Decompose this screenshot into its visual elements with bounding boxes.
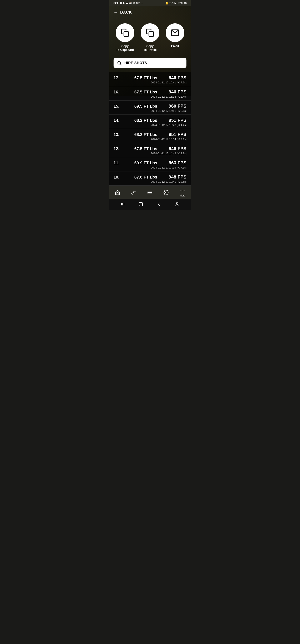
shot-timestamp: 2024-01-12 17:13:41 [+28.5s] bbox=[114, 180, 186, 183]
shot-timestamp: 2024-01-12 17:14:19 [+37.5s] bbox=[114, 166, 186, 169]
shot-fps: 960 FPS bbox=[169, 104, 186, 109]
copy-profile-label: CopyTo Profile bbox=[143, 44, 157, 52]
home-sys-icon[interactable] bbox=[138, 202, 143, 207]
shot-energy: 69.9 FT Lbs bbox=[123, 160, 169, 166]
copy-clipboard-button[interactable]: CopyTo Clipboard bbox=[116, 23, 134, 52]
nav-list[interactable] bbox=[144, 190, 156, 195]
shot-number: 13. bbox=[114, 132, 123, 137]
temperature: 38° bbox=[136, 2, 140, 4]
svg-point-26 bbox=[176, 202, 178, 204]
shot-energy: 67.5 FT Lbs bbox=[123, 146, 169, 151]
shot-item: 13. 68.2 FT Lbs 951 FPS 2024-01-12 17:15… bbox=[109, 129, 191, 143]
more-icon bbox=[180, 188, 185, 193]
shot-fps: 946 FPS bbox=[169, 89, 186, 95]
shot-timestamp: 2024-01-12 17:16:41 [+27.7s] bbox=[114, 81, 186, 84]
svg-point-16 bbox=[148, 192, 148, 193]
nav-rifle[interactable] bbox=[127, 190, 140, 195]
hide-shots-label: HIDE SHOTS bbox=[124, 61, 147, 65]
svg-rect-23 bbox=[122, 203, 123, 206]
home-icon bbox=[115, 190, 120, 195]
status-bar: 5:24 💬 ▶ ☁ ☕ ✉ 38° • 🔔 67% bbox=[109, 0, 191, 6]
shot-fps: 948 FPS bbox=[169, 174, 186, 180]
shot-energy: 68.2 FT Lbs bbox=[123, 118, 169, 123]
shot-fps: 946 FPS bbox=[169, 75, 186, 80]
shot-item: 17. 67.5 FT Lbs 946 FPS 2024-01-12 17:16… bbox=[109, 72, 191, 86]
shot-energy: 67.8 FT Lbs bbox=[123, 175, 169, 180]
shot-fps: 963 FPS bbox=[169, 160, 186, 166]
time: 5:24 bbox=[113, 2, 118, 4]
actions-row: CopyTo Clipboard CopyTo Profile Email bbox=[109, 17, 191, 56]
email-button[interactable]: Email bbox=[166, 23, 184, 52]
hide-shots-button[interactable]: HIDE SHOTS bbox=[114, 58, 186, 68]
shot-energy: 67.5 FT Lbs bbox=[123, 90, 169, 94]
shot-number: 17. bbox=[114, 76, 123, 80]
shot-timestamp: 2024-01-12 17:15:04 [+22.1s] bbox=[114, 138, 186, 141]
shot-number: 11. bbox=[114, 160, 123, 166]
shot-number: 10. bbox=[114, 175, 123, 180]
shot-timestamp: 2024-01-12 17:15:51 [+22.6s] bbox=[114, 109, 186, 112]
shot-timestamp: 2024-01-12 17:16:13 [+22.4s] bbox=[114, 95, 186, 98]
shot-energy: 69.5 FT Lbs bbox=[123, 104, 169, 109]
battery-icon bbox=[184, 1, 187, 4]
bottom-nav: More bbox=[109, 186, 191, 199]
shot-item: 11. 69.9 FT Lbs 963 FPS 2024-01-12 17:14… bbox=[109, 157, 191, 172]
svg-rect-25 bbox=[139, 202, 142, 206]
email-icon bbox=[171, 28, 179, 37]
alarm-icon: 🔔 bbox=[165, 2, 169, 4]
svg-rect-24 bbox=[124, 203, 124, 206]
back-button[interactable]: ← BACK bbox=[109, 6, 191, 17]
copy-clipboard-label: CopyTo Clipboard bbox=[116, 44, 134, 52]
notification-icons: 💬 ▶ ☁ ☕ ✉ bbox=[119, 2, 135, 4]
copy-profile-icon bbox=[146, 28, 154, 37]
list-icon bbox=[147, 190, 153, 195]
shot-number: 15. bbox=[114, 104, 123, 109]
more-label: More bbox=[180, 194, 185, 197]
search-icon bbox=[117, 60, 122, 66]
person-icon[interactable] bbox=[175, 202, 180, 207]
copy-profile-button[interactable]: CopyTo Profile bbox=[141, 23, 159, 52]
shot-number: 12. bbox=[114, 146, 123, 151]
svg-rect-3 bbox=[149, 32, 154, 36]
svg-point-18 bbox=[166, 192, 167, 193]
copy-clipboard-icon bbox=[121, 28, 129, 37]
shot-list: 17. 67.5 FT Lbs 946 FPS 2024-01-12 17:16… bbox=[109, 72, 191, 186]
back-sys-icon[interactable] bbox=[157, 202, 162, 207]
back-label: BACK bbox=[120, 10, 132, 14]
shot-energy: 67.5 FT Lbs bbox=[123, 76, 169, 80]
shot-number: 14. bbox=[114, 118, 123, 123]
nav-settings[interactable] bbox=[160, 190, 173, 195]
svg-rect-2 bbox=[124, 32, 129, 36]
shot-energy: 68.2 FT Lbs bbox=[123, 132, 169, 137]
shot-item: 15. 69.5 FT Lbs 960 FPS 2024-01-12 17:15… bbox=[109, 100, 191, 115]
nav-home[interactable] bbox=[111, 190, 124, 195]
svg-line-6 bbox=[120, 64, 122, 65]
svg-point-17 bbox=[148, 194, 148, 194]
svg-point-15 bbox=[148, 191, 148, 192]
shot-item: 16. 67.5 FT Lbs 946 FPS 2024-01-12 17:16… bbox=[109, 86, 191, 100]
svg-point-20 bbox=[182, 190, 183, 191]
system-nav bbox=[109, 199, 191, 210]
status-left: 5:24 💬 ▶ ☁ ☕ ✉ 38° • bbox=[113, 2, 142, 4]
shot-fps: 946 FPS bbox=[169, 146, 186, 152]
nav-more[interactable]: More bbox=[176, 188, 189, 197]
email-circle bbox=[166, 23, 184, 42]
rifle-icon bbox=[131, 190, 136, 195]
svg-rect-22 bbox=[121, 203, 122, 206]
shot-fps: 951 FPS bbox=[169, 118, 186, 123]
svg-point-21 bbox=[184, 190, 185, 191]
shot-number: 16. bbox=[114, 90, 123, 94]
shot-item: 14. 68.2 FT Lbs 951 FPS 2024-01-12 17:15… bbox=[109, 115, 191, 129]
svg-line-9 bbox=[132, 194, 133, 195]
copy-profile-circle bbox=[141, 23, 159, 42]
settings-icon bbox=[164, 190, 169, 195]
copy-clipboard-circle bbox=[116, 23, 134, 42]
svg-point-19 bbox=[180, 190, 181, 191]
wifi-icon bbox=[169, 1, 173, 4]
email-label: Email bbox=[171, 44, 179, 48]
recents-icon[interactable] bbox=[120, 202, 125, 207]
svg-rect-1 bbox=[184, 2, 186, 3]
battery: 67% bbox=[178, 2, 183, 4]
back-arrow-icon: ← bbox=[114, 10, 118, 15]
shot-timestamp: 2024-01-12 17:14:42 [+22.8s] bbox=[114, 152, 186, 155]
dot: • bbox=[141, 2, 142, 4]
